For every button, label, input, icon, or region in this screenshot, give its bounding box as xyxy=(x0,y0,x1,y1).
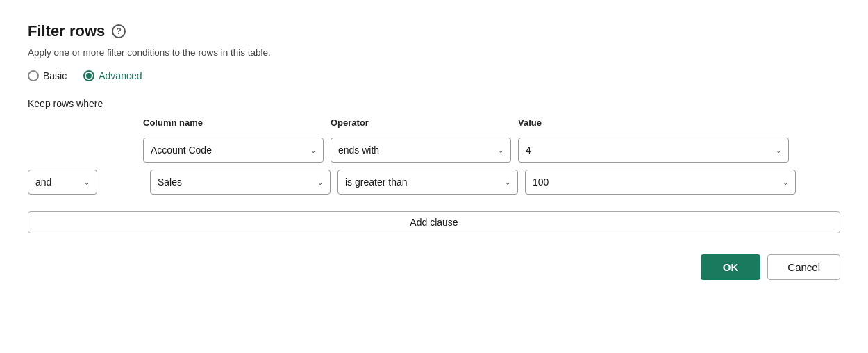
row2-conjunction-dropdown[interactable]: and ⌄ xyxy=(28,170,97,195)
cancel-button[interactable]: Cancel xyxy=(767,254,840,280)
help-icon[interactable]: ? xyxy=(112,24,126,38)
row1-operator-value: ends with xyxy=(338,145,379,156)
add-clause-button[interactable]: Add clause xyxy=(28,211,840,233)
dialog-title: Filter rows xyxy=(28,22,105,40)
row2-column-arrow: ⌄ xyxy=(317,179,323,186)
row1-value-dropdown[interactable]: 4 ⌄ xyxy=(518,138,789,163)
operator-header: Operator xyxy=(331,117,511,128)
basic-radio[interactable] xyxy=(28,70,39,81)
row2-column-value: Sales xyxy=(158,176,182,188)
ok-button[interactable]: OK xyxy=(701,254,761,280)
column-headers: Column name Operator Value xyxy=(143,117,840,128)
row1-value-arrow: ⌄ xyxy=(776,147,781,154)
row1-value-value: 4 xyxy=(526,145,531,156)
basic-radio-text: Basic xyxy=(43,70,67,81)
advanced-radio[interactable] xyxy=(83,70,94,81)
basic-radio-label[interactable]: Basic xyxy=(28,70,67,81)
row2-value-value: 100 xyxy=(533,176,549,188)
row1-column-dropdown[interactable]: Account Code ⌄ xyxy=(143,138,324,163)
keep-rows-label: Keep rows where xyxy=(28,98,840,109)
mode-radio-group: Basic Advanced xyxy=(28,70,840,81)
row1-column-arrow: ⌄ xyxy=(310,147,316,154)
row2-operator-value: is greater than xyxy=(345,176,408,188)
footer: OK Cancel xyxy=(28,233,840,280)
filter-row-2: and ⌄ Sales ⌄ is greater than ⌄ 100 ⌄ xyxy=(28,170,840,195)
column-name-header: Column name xyxy=(143,117,324,128)
row1-operator-dropdown[interactable]: ends with ⌄ xyxy=(331,138,511,163)
advanced-radio-text: Advanced xyxy=(99,70,142,81)
row2-value-dropdown[interactable]: 100 ⌄ xyxy=(525,170,796,195)
subtitle: Apply one or more filter conditions to t… xyxy=(28,47,840,58)
row2-column-dropdown[interactable]: Sales ⌄ xyxy=(150,170,331,195)
value-header: Value xyxy=(518,117,782,128)
filter-section: Column name Operator Value Account Code … xyxy=(28,117,840,195)
title-row: Filter rows ? xyxy=(28,22,840,40)
filter-rows-dialog: Filter rows ? Apply one or more filter c… xyxy=(28,22,840,280)
row2-conjunction-value: and xyxy=(35,176,51,188)
row1-operator-arrow: ⌄ xyxy=(498,147,503,154)
row2-conjunction-arrow: ⌄ xyxy=(84,179,90,186)
advanced-radio-label[interactable]: Advanced xyxy=(83,70,142,81)
row2-operator-dropdown[interactable]: is greater than ⌄ xyxy=(337,170,518,195)
row2-operator-arrow: ⌄ xyxy=(505,179,510,186)
row1-column-value: Account Code xyxy=(151,145,212,156)
filter-row-1: Account Code ⌄ ends with ⌄ 4 ⌄ xyxy=(28,138,840,163)
row2-value-arrow: ⌄ xyxy=(783,179,788,186)
